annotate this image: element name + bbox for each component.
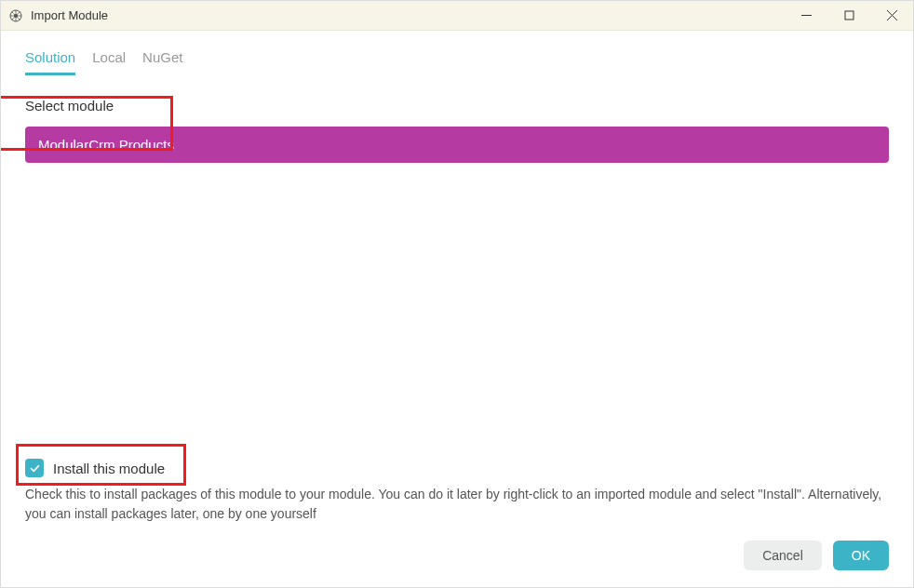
- install-checkbox-label: Install this module: [53, 461, 165, 476]
- install-help-text: Check this to install packages of this m…: [25, 485, 889, 524]
- content-area: Solution Local NuGet Select module Modul…: [1, 31, 913, 587]
- ok-button[interactable]: OK: [833, 541, 889, 570]
- cancel-button[interactable]: Cancel: [744, 541, 822, 570]
- close-button[interactable]: [870, 1, 913, 30]
- module-item-modularcrm-products[interactable]: ModularCrm.Products: [25, 127, 889, 163]
- install-checkbox[interactable]: [25, 459, 44, 477]
- window-title: Import Module: [31, 8, 785, 22]
- maximize-button[interactable]: [827, 1, 870, 30]
- window-controls: [785, 1, 913, 30]
- titlebar: Import Module: [1, 1, 913, 31]
- minimize-button[interactable]: [785, 1, 827, 30]
- app-icon: [8, 8, 23, 23]
- tab-local[interactable]: Local: [92, 49, 126, 75]
- tabs: Solution Local NuGet: [25, 49, 889, 75]
- svg-rect-7: [845, 11, 854, 20]
- module-list: ModularCrm.Products: [25, 127, 889, 448]
- tab-solution[interactable]: Solution: [25, 49, 75, 75]
- dialog-buttons: Cancel OK: [25, 541, 889, 570]
- install-checkbox-row: Install this module: [25, 459, 889, 477]
- tab-nuget[interactable]: NuGet: [142, 49, 182, 75]
- select-module-label: Select module: [25, 98, 889, 114]
